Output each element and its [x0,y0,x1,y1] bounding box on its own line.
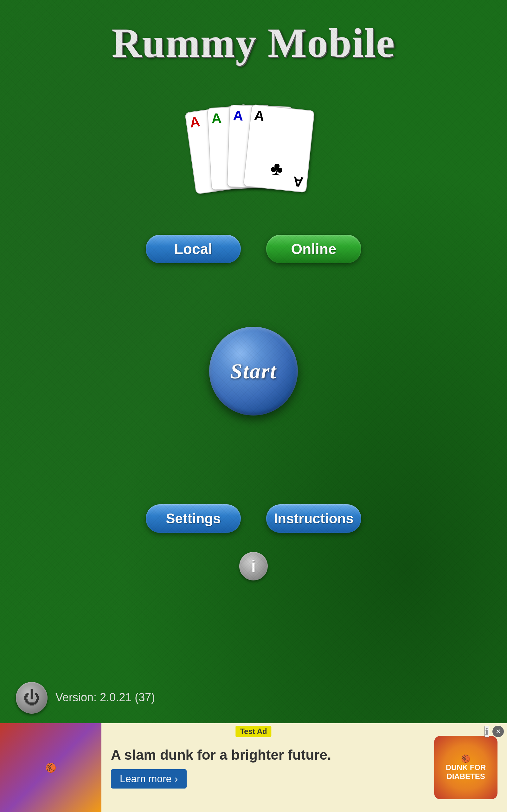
ad-info-icon[interactable]: ℹ [485,726,489,738]
ad-logo-text: 🏀DUNK FORDIABETES [446,754,486,781]
start-container: Start [0,327,507,415]
instructions-button[interactable]: Instructions [266,504,361,533]
start-button[interactable]: Start [209,327,298,415]
secondary-buttons-container: Settings Instructions [0,504,507,533]
ad-close-button[interactable]: ✕ [493,726,504,737]
online-button[interactable]: Online [266,235,361,263]
info-container: i [0,552,507,580]
settings-button[interactable]: Settings [146,504,241,533]
ad-content: A slam dunk for a brighter future. Learn… [101,741,434,795]
mode-buttons-container: Local Online [0,235,507,263]
info-button[interactable]: i [239,552,268,580]
ad-image: 🏀 [0,723,101,812]
ad-banner: Test Ad ℹ ✕ 🏀 A slam dunk for a brighter… [0,723,507,812]
cards-image: A ♥ A A ♣ A A ♦ A A ♣ A [190,105,317,190]
local-button[interactable]: Local [146,235,241,263]
card-4-letter: A [253,108,311,128]
power-button[interactable]: ⏻ [16,682,48,714]
ad-logo: 🏀DUNK FORDIABETES [434,736,498,799]
ad-test-label: Test Ad [235,726,271,737]
app-title: Rummy Mobile [0,0,507,67]
card-4-suit: ♣ [269,157,284,180]
ad-cta-button[interactable]: Learn more › [111,769,187,789]
card-4-bottom: A [292,174,304,189]
cards-display: A ♥ A A ♣ A A ♦ A A ♣ A [0,105,507,190]
power-icon: ⏻ [23,688,40,707]
ad-image-placeholder: 🏀 [45,763,56,773]
card-4: A ♣ A [243,104,315,193]
ad-headline: A slam dunk for a brighter future. [111,747,425,763]
version-text: Version: 2.0.21 (37) [55,691,155,704]
